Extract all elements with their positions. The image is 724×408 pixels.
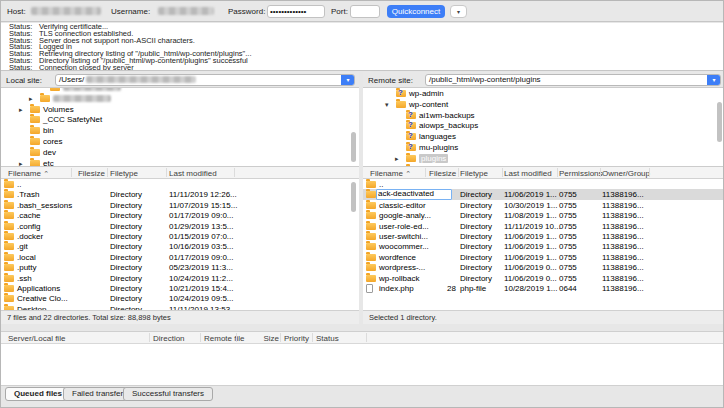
file-row--bash-sessions[interactable]: .bash_sessionsDirectory11/07/2019 15:15.…: [1, 200, 359, 210]
tree-item-aiowps_backups[interactable]: aiowps_backups: [363, 120, 724, 131]
column-permissions[interactable]: Permissions: [559, 169, 603, 178]
file-row--local[interactable]: .localDirectory01/17/2019 09:0...: [1, 252, 359, 262]
file-row--cache[interactable]: .cacheDirectory01/17/2019 09:0...: [1, 210, 359, 220]
quickconnect-dropdown-button[interactable]: ▾: [450, 5, 467, 18]
tree-item-Volumes[interactable]: ▸Volumes: [1, 104, 359, 115]
folder-icon: [4, 212, 14, 219]
file-row-google-analy-[interactable]: google-analy...Directory11/08/2019 1...0…: [363, 210, 724, 220]
owner-cell: 11388196...: [602, 253, 644, 262]
tree-item[interactable]: ▸: [1, 93, 359, 104]
folder-icon: [366, 233, 376, 240]
filetype-cell: Directory: [460, 232, 492, 241]
port-label: Port:: [331, 7, 348, 16]
tree-item-etc[interactable]: ▸etc: [1, 158, 359, 167]
column-status[interactable]: Status: [316, 334, 339, 343]
folder-icon: [30, 160, 40, 167]
file-row--docker[interactable]: .dockerDirectory01/15/2019 07:0...: [1, 231, 359, 241]
host-input[interactable]: [31, 7, 101, 15]
filezilla-window: Host: Username: Password: ••••••••••••• …: [0, 0, 724, 408]
bottom-strip: [1, 403, 723, 408]
tree-item-label: plugins: [419, 154, 448, 163]
tree-item-plugins[interactable]: ▸plugins: [363, 153, 724, 164]
column-filetype[interactable]: Filetype: [110, 169, 138, 178]
folder-icon: [366, 243, 376, 250]
column-filesize[interactable]: Filesize: [429, 169, 456, 178]
tree-item-mu-plugins[interactable]: mu-plugins: [363, 142, 724, 153]
remote-tree-scrollbar-thumb[interactable]: [717, 102, 722, 142]
file-row-ack-deactivated[interactable]: ack-deactivatedDirectory11/06/2019 1...0…: [363, 189, 724, 199]
column-owner-group[interactable]: Owner/Group: [602, 169, 650, 178]
local-list-scrollbar-thumb[interactable]: [351, 182, 356, 212]
owner-cell: 11388196...: [602, 222, 644, 231]
collapsed-arrow-icon[interactable]: ▸: [19, 159, 23, 167]
file-row-wordpress-[interactable]: wordpress-...Directory11/06/2019 0...075…: [363, 262, 724, 272]
tree-item-languages[interactable]: languages: [363, 131, 724, 142]
owner-cell: 11388196...: [602, 274, 644, 283]
file-row--ssh[interactable]: .sshDirectory10/24/2019 11:2...: [1, 273, 359, 283]
column-priority[interactable]: Priority: [284, 334, 309, 343]
tree-item-wp-admin[interactable]: wp-admin: [363, 88, 724, 99]
remote-site-dropdown-icon[interactable]: ▾: [707, 74, 721, 86]
remote-site-combo[interactable]: /public_html/wp-content/plugins ▾: [425, 74, 721, 86]
collapsed-arrow-icon[interactable]: ▸: [29, 94, 33, 103]
rename-input[interactable]: ack-deactivated: [376, 189, 452, 199]
file-row-classic-editor[interactable]: classic-editorDirectory10/30/2019 1...07…: [363, 200, 724, 210]
file-row--[interactable]: ..: [1, 179, 359, 189]
column-remote-file[interactable]: Remote file: [204, 334, 244, 343]
column-last-modified[interactable]: Last modified: [169, 169, 217, 178]
column-last-modified[interactable]: Last modified: [504, 169, 552, 178]
username-input[interactable]: [158, 7, 214, 15]
modified-cell: 11/06/2019 1...: [504, 190, 557, 199]
filename-cell: Applications: [17, 284, 60, 293]
file-row-index-php[interactable]: index.php28php-file10/28/2019 1...064411…: [363, 283, 724, 293]
column-filesize[interactable]: Filesize: [77, 169, 105, 178]
file-row-wordfence[interactable]: wordfenceDirectory11/06/2019 1...0755113…: [363, 252, 724, 262]
column-filetype[interactable]: Filetype: [460, 169, 488, 178]
tree-item-cores[interactable]: cores: [1, 136, 359, 147]
file-row-user-role-ed-[interactable]: user-role-ed...Directory11/11/2019 10...…: [363, 221, 724, 231]
file-row--[interactable]: ..: [363, 179, 724, 189]
file-row-Applications[interactable]: ApplicationsDirectory10/21/2019 15:4...: [1, 283, 359, 293]
local-site-bar: Local site: /Users/ ▾: [1, 72, 359, 88]
modified-cell: 10/28/2019 1...: [504, 284, 557, 293]
folder-icon: [30, 127, 40, 134]
file-row-wp-rollback[interactable]: wp-rollbackDirectory11/06/2019 0...07551…: [363, 273, 724, 283]
file-row--Trash[interactable]: .TrashDirectory11/11/2019 12:26...: [1, 189, 359, 199]
collapsed-arrow-icon[interactable]: ▸: [395, 154, 399, 163]
file-row--putty[interactable]: .puttyDirectory05/23/2019 11:3...: [1, 262, 359, 272]
local-tree-scrollbar-thumb[interactable]: [351, 132, 356, 162]
file-row-user-switchi-[interactable]: user-switchi...Directory11/06/2019 1...0…: [363, 231, 724, 241]
file-row--config[interactable]: .configDirectory01/29/2019 13:5...: [1, 221, 359, 231]
tree-item-bin[interactable]: bin: [1, 125, 359, 136]
tree-item-dev[interactable]: dev: [1, 147, 359, 158]
tab-queued-files[interactable]: Queued files: [5, 387, 71, 401]
tree-item-ai1wm-backups[interactable]: ai1wm-backups: [363, 110, 724, 121]
perms-cell: 0755: [559, 242, 577, 251]
folder-icon: [366, 191, 376, 198]
tree-item-_CCC SafetyNet[interactable]: _CCC SafetyNet: [1, 114, 359, 125]
local-site-dropdown-icon[interactable]: ▾: [341, 74, 355, 86]
file-row--git[interactable]: .gitDirectory10/16/2019 03:5...: [1, 241, 359, 251]
filename-cell: .Trash: [17, 190, 39, 199]
local-site-combo[interactable]: /Users/ ▾: [55, 74, 355, 86]
transfer-queue-header: Server/Local file Direction Remote file …: [1, 331, 723, 344]
file-row-Creative-Clo-[interactable]: Creative Clo...Directory10/24/2019 09:5.…: [1, 293, 359, 303]
tab-successful-transfers[interactable]: Successful transfers: [123, 387, 213, 401]
column-server-local-file[interactable]: Server/Local file: [8, 334, 65, 343]
filename-cell: Creative Clo...: [17, 294, 68, 303]
column-direction[interactable]: Direction: [153, 334, 185, 343]
password-input[interactable]: •••••••••••••: [267, 5, 325, 18]
quickconnect-button[interactable]: Quickconnect: [387, 5, 445, 18]
collapsed-arrow-icon[interactable]: ▸: [19, 105, 23, 114]
column-filename[interactable]: Filename ⌃: [370, 169, 411, 178]
file-row-woocommer-[interactable]: woocommer...Directory11/06/2019 1...0755…: [363, 241, 724, 251]
folder-icon: [30, 149, 40, 156]
folder-question-icon: [406, 133, 416, 140]
column-size[interactable]: Size: [256, 334, 279, 343]
tree-item-wp-content[interactable]: ▾wp-content: [363, 99, 724, 110]
sort-asc-icon: ⌃: [43, 170, 49, 177]
expanded-arrow-icon[interactable]: ▾: [385, 100, 389, 109]
column-filename[interactable]: Filename ⌃: [8, 169, 49, 178]
port-input[interactable]: [350, 5, 380, 18]
folder-icon: [4, 202, 14, 209]
